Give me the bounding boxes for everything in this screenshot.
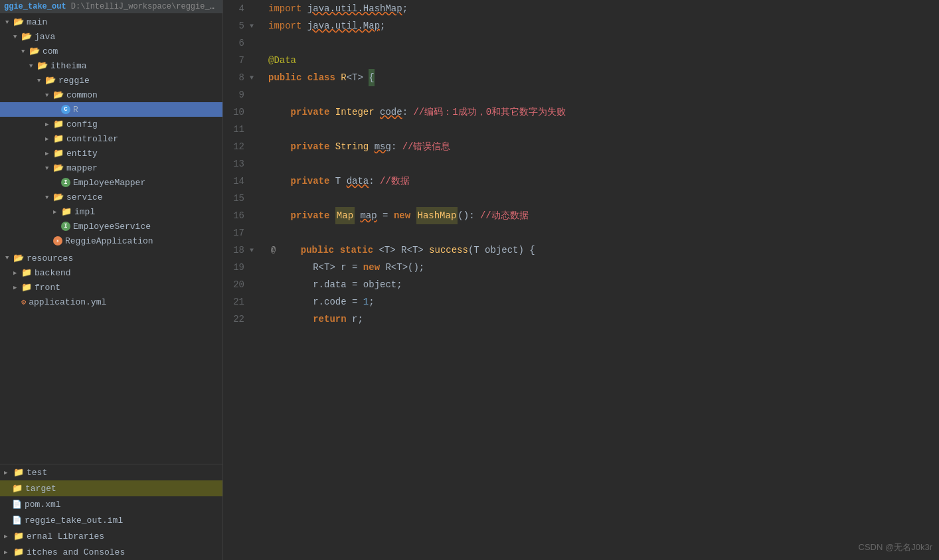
sidebar-item-resources[interactable]: ▼ 📂 resources [0,251,222,265]
arrow-entity [45,150,53,157]
sidebar-item-libraries[interactable]: 📁 ernal Libraries [0,528,222,544]
sidebar-item-controller[interactable]: 📁 controller [0,131,222,146]
code-line-5: import java.util.Map; [263,17,939,35]
folder-icon-service: 📂 [53,192,64,202]
line-num-10: 10 [228,104,244,121]
sidebar-item-front[interactable]: 📁 front [0,280,222,295]
label-target: target [25,484,56,494]
sidebar: ggie_take_out D:\IntelliJ_workspace\regg… [0,0,223,560]
label-resources: resources [27,253,73,263]
folder-icon-backend: 📁 [21,267,32,278]
folder-icon-scratches: 📁 [13,547,24,557]
at-marker-18: @ [268,242,276,259]
field-data: data [347,173,369,190]
fold-marker-8[interactable]: ▼ [250,69,263,86]
sidebar-item-R[interactable]: C R [0,102,222,117]
sidebar-item-target[interactable]: 📁 target [0,480,222,496]
folder-icon-test: 📁 [13,467,24,478]
line-num-7: 7 [228,52,244,69]
code-lines[interactable]: import java.util.HashMap; import java.ut… [263,0,939,560]
folder-icon-main: 📂 [13,17,24,27]
code-editor[interactable]: 4 5 6 7 8 9 10 11 12 13 14 15 16 17 18 1… [223,0,939,560]
folder-icon-common: 📂 [53,90,64,100]
arrow-com [21,48,29,55]
folder-icon-impl: 📁 [61,206,72,217]
line-num-22: 22 [228,311,244,328]
sidebar-item-entity[interactable]: 📁 entity [0,146,222,161]
sidebar-item-itheima[interactable]: 📂 itheima [0,58,222,73]
comment-10: //编码：1成功，0和其它数字为失败 [413,104,566,121]
arrow-reggie [37,77,45,84]
sidebar-item-java[interactable]: 📂 java [0,29,222,44]
sidebar-item-test[interactable]: 📁 test [0,464,222,480]
code-line-12: private String msg : //错误信息 [263,138,939,155]
arrow-main [5,19,13,26]
sidebar-bottom: 📁 test 📁 target 📄 pom.xml 📄 reggie_take_… [0,464,222,560]
sidebar-item-com[interactable]: 📂 com [0,44,222,58]
folder-icon-front: 📁 [21,282,32,293]
label-itheima: itheima [50,61,87,71]
label-employeeservice: EmployeeService [73,222,151,232]
sidebar-item-mapper[interactable]: 📂 mapper [0,161,222,175]
kw-private-10: private [291,104,330,121]
kw-new-19: new [363,259,380,276]
line-num-12: 12 [228,138,244,155]
line-num-4: 4 [228,0,244,17]
label-test: test [27,468,47,478]
code-line-14: private T data : //数据 [263,173,939,190]
fold-marker-5[interactable]: ▼ [250,17,263,35]
sidebar-item-impl[interactable]: 📁 impl [0,204,222,219]
sidebar-item-employeemapper[interactable]: I EmployeeMapper [0,175,222,190]
code-line-4: import java.util.HashMap; [263,0,939,17]
project-title: ggie_take_out [4,2,66,11]
line-num-20: 20 [228,276,244,293]
label-entity: entity [66,149,98,159]
class-icon-R: C [61,105,70,114]
arrow-impl [53,208,61,216]
line-num-16: 16 [228,207,244,224]
code-line-16: private Map map = new HashMap (): //动态数据 [263,207,939,224]
label-iml: reggie_take_out.iml [25,516,123,525]
code-line-9 [263,86,939,104]
sidebar-item-config[interactable]: 📁 config [0,117,222,131]
line-num-15: 15 [228,190,244,207]
field-code: code [380,104,402,121]
sidebar-item-iml[interactable]: 📄 reggie_take_out.iml [0,512,222,528]
fold-marker-18[interactable]: ▼ [250,242,263,259]
kw-new-16: new [394,207,410,224]
sidebar-item-scratches[interactable]: 📁 itches and Consoles [0,544,222,560]
code-line-15 [263,190,939,207]
label-pomxml: pom.xml [25,500,61,510]
folder-icon-resources: 📂 [13,253,24,263]
kw-return-22: return [313,311,346,328]
kw-private-14: private [291,173,330,190]
kw-private-16: private [291,207,330,224]
label-mapper: mapper [66,163,98,173]
sidebar-item-reggie[interactable]: 📂 reggie [0,73,222,88]
sidebar-item-reggieapplication[interactable]: ☀ ReggieApplication [0,234,222,248]
arrow-common [45,92,53,99]
label-backend: backend [35,268,71,278]
kw-public-8: public [268,69,301,86]
line-num-5: 5 [228,17,244,35]
label-impl: impl [74,207,95,217]
sidebar-item-main[interactable]: 📂 main [0,15,222,29]
sidebar-item-service[interactable]: 📂 service [0,190,222,204]
num-1: 1 [363,293,369,311]
sidebar-item-applicationyml[interactable]: ⚙ application.yml [0,295,222,309]
sidebar-item-employeeservice[interactable]: I EmployeeService [0,219,222,234]
sidebar-tree: 📂 main 📂 java 📂 com 📂 itheima 📂 reggie [0,13,222,464]
arrow-backend [13,269,21,277]
sidebar-item-backend[interactable]: 📁 backend [0,265,222,280]
arrow-front [13,284,21,291]
line-num-21: 21 [228,293,244,311]
label-reggie: reggie [58,76,90,86]
code-line-7: @Data [263,52,939,69]
bracket-open-8: { [369,69,374,86]
arrow-mapper [45,165,53,172]
folder-icon-config: 📁 [53,119,64,129]
sidebar-item-common[interactable]: 📂 common [0,88,222,102]
sidebar-item-pomxml[interactable]: 📄 pom.xml [0,496,222,512]
code-line-19: R<T> r = new R<T>(); [263,259,939,276]
code-line-22: return r; [263,311,939,328]
